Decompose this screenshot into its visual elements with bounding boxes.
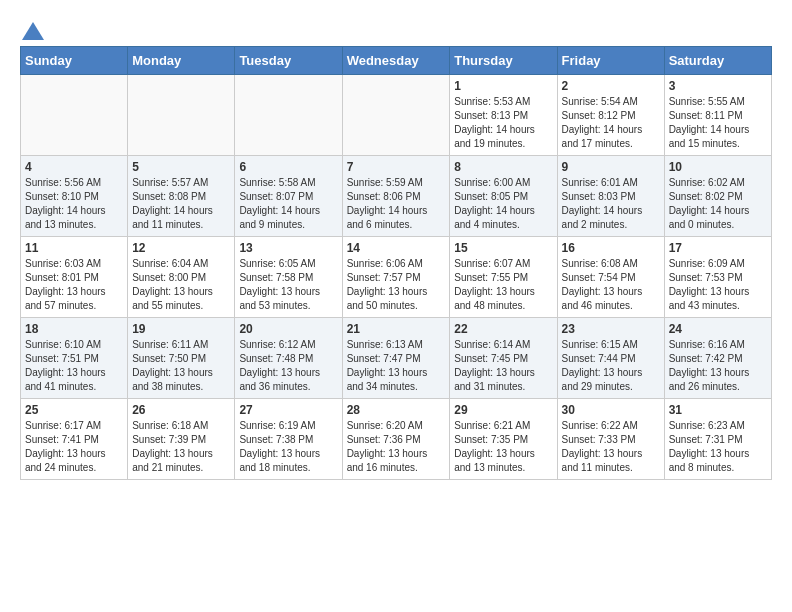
calendar-cell: 14Sunrise: 6:06 AM Sunset: 7:57 PM Dayli… [342, 237, 450, 318]
day-info: Sunrise: 6:06 AM Sunset: 7:57 PM Dayligh… [347, 257, 446, 313]
calendar-week-3: 11Sunrise: 6:03 AM Sunset: 8:01 PM Dayli… [21, 237, 772, 318]
day-info: Sunrise: 6:12 AM Sunset: 7:48 PM Dayligh… [239, 338, 337, 394]
day-number: 25 [25, 403, 123, 417]
calendar-cell: 12Sunrise: 6:04 AM Sunset: 8:00 PM Dayli… [128, 237, 235, 318]
day-info: Sunrise: 5:56 AM Sunset: 8:10 PM Dayligh… [25, 176, 123, 232]
calendar-cell: 9Sunrise: 6:01 AM Sunset: 8:03 PM Daylig… [557, 156, 664, 237]
day-header-sunday: Sunday [21, 47, 128, 75]
day-number: 28 [347, 403, 446, 417]
day-number: 6 [239, 160, 337, 174]
day-number: 3 [669, 79, 767, 93]
calendar-cell: 25Sunrise: 6:17 AM Sunset: 7:41 PM Dayli… [21, 399, 128, 480]
day-info: Sunrise: 6:10 AM Sunset: 7:51 PM Dayligh… [25, 338, 123, 394]
calendar-cell: 15Sunrise: 6:07 AM Sunset: 7:55 PM Dayli… [450, 237, 557, 318]
day-number: 15 [454, 241, 552, 255]
day-info: Sunrise: 6:14 AM Sunset: 7:45 PM Dayligh… [454, 338, 552, 394]
svg-marker-0 [22, 22, 44, 40]
day-number: 4 [25, 160, 123, 174]
day-info: Sunrise: 6:17 AM Sunset: 7:41 PM Dayligh… [25, 419, 123, 475]
calendar-cell: 18Sunrise: 6:10 AM Sunset: 7:51 PM Dayli… [21, 318, 128, 399]
calendar-cell: 23Sunrise: 6:15 AM Sunset: 7:44 PM Dayli… [557, 318, 664, 399]
calendar-cell: 31Sunrise: 6:23 AM Sunset: 7:31 PM Dayli… [664, 399, 771, 480]
day-header-tuesday: Tuesday [235, 47, 342, 75]
day-number: 14 [347, 241, 446, 255]
day-number: 9 [562, 160, 660, 174]
day-number: 17 [669, 241, 767, 255]
calendar-cell: 29Sunrise: 6:21 AM Sunset: 7:35 PM Dayli… [450, 399, 557, 480]
day-number: 30 [562, 403, 660, 417]
day-info: Sunrise: 6:18 AM Sunset: 7:39 PM Dayligh… [132, 419, 230, 475]
calendar-table: SundayMondayTuesdayWednesdayThursdayFrid… [20, 46, 772, 480]
calendar-cell: 26Sunrise: 6:18 AM Sunset: 7:39 PM Dayli… [128, 399, 235, 480]
calendar-cell: 20Sunrise: 6:12 AM Sunset: 7:48 PM Dayli… [235, 318, 342, 399]
calendar-cell: 30Sunrise: 6:22 AM Sunset: 7:33 PM Dayli… [557, 399, 664, 480]
day-info: Sunrise: 6:15 AM Sunset: 7:44 PM Dayligh… [562, 338, 660, 394]
day-header-friday: Friday [557, 47, 664, 75]
calendar-cell: 2Sunrise: 5:54 AM Sunset: 8:12 PM Daylig… [557, 75, 664, 156]
day-number: 1 [454, 79, 552, 93]
calendar-cell: 19Sunrise: 6:11 AM Sunset: 7:50 PM Dayli… [128, 318, 235, 399]
page-header [20, 20, 772, 38]
calendar-week-2: 4Sunrise: 5:56 AM Sunset: 8:10 PM Daylig… [21, 156, 772, 237]
calendar-week-5: 25Sunrise: 6:17 AM Sunset: 7:41 PM Dayli… [21, 399, 772, 480]
calendar-cell: 8Sunrise: 6:00 AM Sunset: 8:05 PM Daylig… [450, 156, 557, 237]
calendar-header-row: SundayMondayTuesdayWednesdayThursdayFrid… [21, 47, 772, 75]
calendar-week-4: 18Sunrise: 6:10 AM Sunset: 7:51 PM Dayli… [21, 318, 772, 399]
calendar-cell: 3Sunrise: 5:55 AM Sunset: 8:11 PM Daylig… [664, 75, 771, 156]
calendar-cell: 1Sunrise: 5:53 AM Sunset: 8:13 PM Daylig… [450, 75, 557, 156]
calendar-cell [128, 75, 235, 156]
calendar-week-1: 1Sunrise: 5:53 AM Sunset: 8:13 PM Daylig… [21, 75, 772, 156]
day-info: Sunrise: 6:08 AM Sunset: 7:54 PM Dayligh… [562, 257, 660, 313]
calendar-cell: 24Sunrise: 6:16 AM Sunset: 7:42 PM Dayli… [664, 318, 771, 399]
day-number: 21 [347, 322, 446, 336]
day-number: 5 [132, 160, 230, 174]
calendar-cell: 17Sunrise: 6:09 AM Sunset: 7:53 PM Dayli… [664, 237, 771, 318]
day-info: Sunrise: 5:57 AM Sunset: 8:08 PM Dayligh… [132, 176, 230, 232]
day-header-saturday: Saturday [664, 47, 771, 75]
day-number: 12 [132, 241, 230, 255]
day-info: Sunrise: 6:21 AM Sunset: 7:35 PM Dayligh… [454, 419, 552, 475]
calendar-cell [342, 75, 450, 156]
day-info: Sunrise: 5:58 AM Sunset: 8:07 PM Dayligh… [239, 176, 337, 232]
day-number: 31 [669, 403, 767, 417]
calendar-cell: 4Sunrise: 5:56 AM Sunset: 8:10 PM Daylig… [21, 156, 128, 237]
calendar-cell: 10Sunrise: 6:02 AM Sunset: 8:02 PM Dayli… [664, 156, 771, 237]
day-number: 16 [562, 241, 660, 255]
calendar-cell: 13Sunrise: 6:05 AM Sunset: 7:58 PM Dayli… [235, 237, 342, 318]
day-info: Sunrise: 5:55 AM Sunset: 8:11 PM Dayligh… [669, 95, 767, 151]
calendar-cell: 7Sunrise: 5:59 AM Sunset: 8:06 PM Daylig… [342, 156, 450, 237]
day-info: Sunrise: 6:22 AM Sunset: 7:33 PM Dayligh… [562, 419, 660, 475]
day-number: 23 [562, 322, 660, 336]
day-number: 24 [669, 322, 767, 336]
day-number: 29 [454, 403, 552, 417]
day-number: 27 [239, 403, 337, 417]
day-number: 2 [562, 79, 660, 93]
day-header-thursday: Thursday [450, 47, 557, 75]
day-info: Sunrise: 6:00 AM Sunset: 8:05 PM Dayligh… [454, 176, 552, 232]
calendar-cell: 16Sunrise: 6:08 AM Sunset: 7:54 PM Dayli… [557, 237, 664, 318]
day-number: 22 [454, 322, 552, 336]
day-number: 10 [669, 160, 767, 174]
logo-icon [22, 20, 44, 42]
day-number: 26 [132, 403, 230, 417]
day-info: Sunrise: 6:19 AM Sunset: 7:38 PM Dayligh… [239, 419, 337, 475]
calendar-cell: 27Sunrise: 6:19 AM Sunset: 7:38 PM Dayli… [235, 399, 342, 480]
calendar-cell: 21Sunrise: 6:13 AM Sunset: 7:47 PM Dayli… [342, 318, 450, 399]
calendar-cell: 28Sunrise: 6:20 AM Sunset: 7:36 PM Dayli… [342, 399, 450, 480]
day-number: 8 [454, 160, 552, 174]
day-info: Sunrise: 6:23 AM Sunset: 7:31 PM Dayligh… [669, 419, 767, 475]
day-info: Sunrise: 6:01 AM Sunset: 8:03 PM Dayligh… [562, 176, 660, 232]
day-info: Sunrise: 6:03 AM Sunset: 8:01 PM Dayligh… [25, 257, 123, 313]
calendar-cell [21, 75, 128, 156]
day-number: 20 [239, 322, 337, 336]
day-info: Sunrise: 5:54 AM Sunset: 8:12 PM Dayligh… [562, 95, 660, 151]
day-info: Sunrise: 5:53 AM Sunset: 8:13 PM Dayligh… [454, 95, 552, 151]
day-info: Sunrise: 6:16 AM Sunset: 7:42 PM Dayligh… [669, 338, 767, 394]
day-header-wednesday: Wednesday [342, 47, 450, 75]
day-number: 11 [25, 241, 123, 255]
day-info: Sunrise: 6:07 AM Sunset: 7:55 PM Dayligh… [454, 257, 552, 313]
day-info: Sunrise: 6:04 AM Sunset: 8:00 PM Dayligh… [132, 257, 230, 313]
day-number: 18 [25, 322, 123, 336]
day-info: Sunrise: 6:09 AM Sunset: 7:53 PM Dayligh… [669, 257, 767, 313]
calendar-cell: 5Sunrise: 5:57 AM Sunset: 8:08 PM Daylig… [128, 156, 235, 237]
